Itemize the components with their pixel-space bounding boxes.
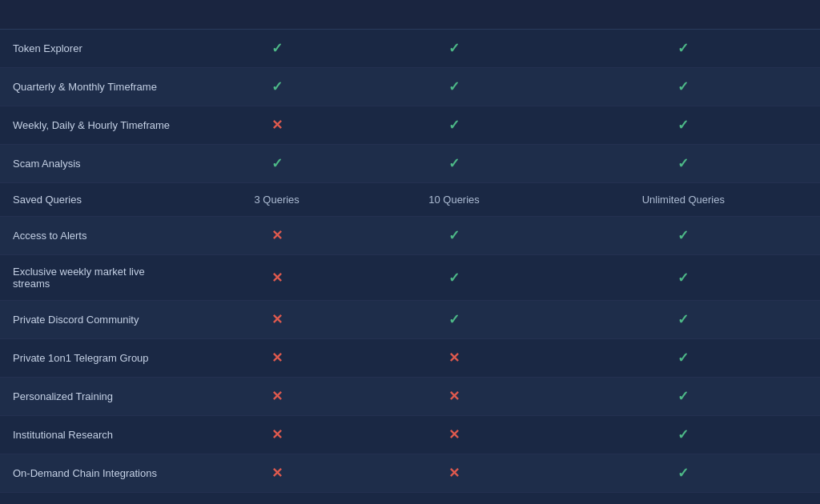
text-value: 10 Queries — [428, 194, 480, 206]
col-feature-header — [0, 0, 192, 30]
cross-icon: ✕ — [271, 118, 283, 133]
pro-value: ✕ — [361, 493, 546, 505]
free-value: ✓ — [192, 30, 361, 68]
col-free-header — [192, 0, 361, 30]
cross-icon: ✕ — [271, 389, 283, 404]
pricing-table: Token Explorer✓✓✓Quarterly & Monthly Tim… — [0, 0, 820, 504]
table-row: Personalized Training✕✕✓ — [0, 378, 820, 416]
free-value: ✕ — [192, 217, 361, 255]
feature-label: Private 1on1 Telegram Group — [0, 339, 192, 378]
feature-label: Institutional Research — [0, 416, 192, 454]
col-pro-header — [361, 0, 546, 30]
cross-icon: ✕ — [271, 312, 283, 327]
table-row: Quarterly & Monthly Timeframe✓✓✓ — [0, 68, 820, 106]
check-icon: ✓ — [677, 427, 689, 442]
check-icon: ✓ — [677, 79, 689, 94]
table-row: Private Discord Community✕✓✓ — [0, 301, 820, 339]
check-icon: ✓ — [448, 118, 460, 133]
pro-value: ✓ — [361, 30, 546, 68]
feature-label: On-Demand Chain Integrations — [0, 454, 192, 493]
check-icon: ✓ — [677, 228, 689, 243]
free-value: ✓ — [192, 145, 361, 183]
table-row: Private 1on1 Telegram Group✕✕✓ — [0, 339, 820, 378]
cross-icon: ✕ — [448, 466, 460, 481]
check-icon: ✓ — [677, 466, 689, 481]
feature-label: Personalized Training — [0, 378, 192, 416]
feature-label: Private Discord Community — [0, 301, 192, 339]
check-icon: ✓ — [677, 350, 689, 366]
enterprise-value: ✓ — [547, 30, 820, 68]
table-row: On-Demand Filter Creation✕✕✓ — [0, 493, 820, 505]
free-value: ✕ — [192, 339, 361, 378]
check-icon: ✓ — [448, 156, 460, 171]
feature-label: Exclusive weekly market live streams — [0, 255, 192, 301]
pro-value: ✕ — [361, 454, 546, 493]
free-value: ✕ — [192, 493, 361, 505]
enterprise-value: ✓ — [547, 255, 820, 301]
feature-label: Token Explorer — [0, 30, 192, 68]
free-value: ✕ — [192, 301, 361, 339]
free-value: ✕ — [192, 454, 361, 493]
free-value: ✕ — [192, 416, 361, 454]
feature-label: Access to Alerts — [0, 217, 192, 255]
col-enterprise-header — [547, 0, 820, 30]
check-icon: ✓ — [448, 312, 460, 327]
enterprise-value: ✓ — [547, 106, 820, 145]
table-row: Token Explorer✓✓✓ — [0, 30, 820, 68]
check-icon: ✓ — [677, 389, 689, 404]
table-row: Access to Alerts✕✓✓ — [0, 217, 820, 255]
free-value: ✓ — [192, 68, 361, 106]
feature-label: Quarterly & Monthly Timeframe — [0, 68, 192, 106]
cross-icon: ✕ — [271, 228, 283, 243]
check-icon: ✓ — [448, 41, 460, 56]
feature-label: Scam Analysis — [0, 145, 192, 183]
pro-value: ✓ — [361, 255, 546, 301]
enterprise-value: Unlimited Queries — [547, 183, 820, 217]
free-value: ✕ — [192, 255, 361, 301]
check-icon: ✓ — [677, 118, 689, 133]
pro-value: ✕ — [361, 416, 546, 454]
pro-value: ✓ — [361, 301, 546, 339]
enterprise-value: ✓ — [547, 454, 820, 493]
enterprise-value: ✓ — [547, 145, 820, 183]
enterprise-value: ✓ — [547, 217, 820, 255]
table-row: Weekly, Daily & Hourly Timeframe✕✓✓ — [0, 106, 820, 145]
check-icon: ✓ — [448, 270, 460, 286]
check-icon: ✓ — [677, 41, 689, 56]
enterprise-value: ✓ — [547, 68, 820, 106]
pro-value: ✓ — [361, 106, 546, 145]
pro-value: ✕ — [361, 339, 546, 378]
enterprise-value: ✓ — [547, 416, 820, 454]
pro-value: ✓ — [361, 145, 546, 183]
cross-icon: ✕ — [448, 350, 460, 366]
feature-label: Weekly, Daily & Hourly Timeframe — [0, 106, 192, 145]
pro-value: ✓ — [361, 217, 546, 255]
free-value: ✕ — [192, 378, 361, 416]
table-row: On-Demand Chain Integrations✕✕✓ — [0, 454, 820, 493]
table-row: Saved Queries3 Queries10 QueriesUnlimite… — [0, 183, 820, 217]
table-row: Exclusive weekly market live streams✕✓✓ — [0, 255, 820, 301]
check-icon: ✓ — [271, 79, 283, 94]
enterprise-value: ✓ — [547, 339, 820, 378]
text-value: 3 Queries — [254, 194, 299, 206]
check-icon: ✓ — [677, 270, 689, 286]
free-value: ✕ — [192, 106, 361, 145]
cross-icon: ✕ — [271, 466, 283, 481]
table-row: Scam Analysis✓✓✓ — [0, 145, 820, 183]
cross-icon: ✕ — [271, 350, 283, 366]
cross-icon: ✕ — [271, 427, 283, 442]
check-icon: ✓ — [271, 156, 283, 171]
table-row: Institutional Research✕✕✓ — [0, 416, 820, 454]
cross-icon: ✕ — [271, 270, 283, 286]
check-icon: ✓ — [448, 228, 460, 243]
cross-icon: ✕ — [448, 427, 460, 442]
check-icon: ✓ — [271, 41, 283, 56]
check-icon: ✓ — [677, 312, 689, 327]
text-value: Unlimited Queries — [642, 194, 725, 206]
enterprise-value: ✓ — [547, 378, 820, 416]
cross-icon: ✕ — [448, 389, 460, 404]
pro-value: ✓ — [361, 68, 546, 106]
check-icon: ✓ — [448, 79, 460, 94]
pro-value: 10 Queries — [361, 183, 546, 217]
enterprise-value: ✓ — [547, 301, 820, 339]
